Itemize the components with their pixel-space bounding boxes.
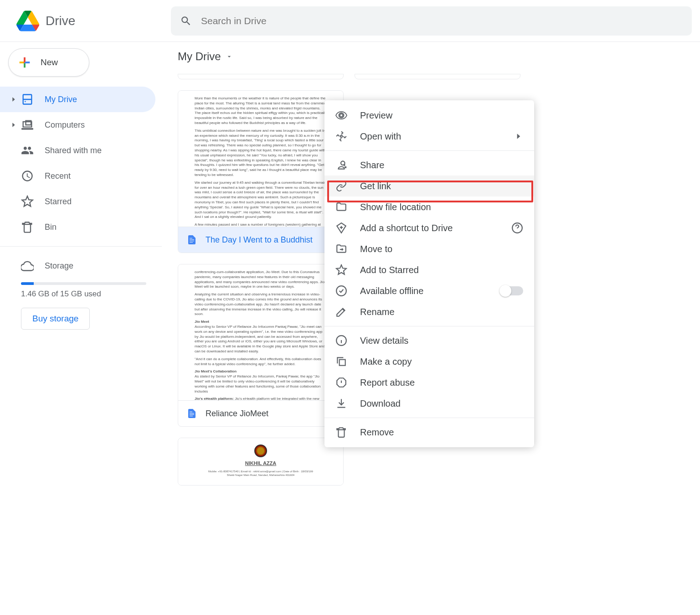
ctx-label: Make a copy	[360, 357, 412, 367]
chevron-right-icon	[10, 96, 17, 103]
help-icon[interactable]	[511, 222, 523, 234]
ctx-rename[interactable]: Rename	[324, 301, 534, 322]
link-icon	[335, 180, 347, 192]
file-name: The Day I Went to a Buddhist	[206, 235, 313, 245]
eye-icon	[335, 109, 347, 121]
docs-icon	[186, 234, 197, 245]
search-input[interactable]	[201, 16, 683, 26]
buy-storage-button[interactable]: Buy storage	[21, 308, 90, 330]
resume-name: NIKHIL AZZA	[195, 460, 327, 467]
star-icon	[335, 264, 347, 276]
svg-rect-4	[340, 360, 345, 366]
shortcut-icon	[335, 222, 347, 234]
ctx-label: Add a shortcut to Drive	[360, 223, 453, 233]
nav-label: Starred	[45, 197, 72, 207]
breadcrumb[interactable]: My Drive	[178, 50, 700, 63]
offline-icon	[335, 285, 347, 297]
breadcrumb-label: My Drive	[178, 50, 221, 63]
nav-label: Shared with me	[45, 146, 102, 155]
moveto-icon	[335, 243, 347, 255]
folder-icon	[335, 201, 347, 213]
nav-label: Bin	[45, 222, 57, 232]
drive-icon	[21, 93, 34, 106]
nav-bin[interactable]: Bin	[0, 214, 155, 240]
ctx-label: Get link	[360, 181, 391, 191]
file-card-ghost	[355, 74, 520, 79]
file-card[interactable]: NIKHIL AZZA Mobile: +91-8087417540 | Ema…	[178, 438, 344, 486]
ctx-label: Available offline	[360, 286, 423, 296]
rename-icon	[335, 306, 347, 318]
chevron-right-icon	[514, 132, 523, 141]
ctx-share[interactable]: Share	[324, 155, 534, 176]
ctx-label: Remove	[360, 427, 394, 438]
file-card[interactable]: More than the monuments or the weather i…	[178, 90, 344, 253]
nav-list: My Drive Computers Shared with me Recent…	[0, 87, 162, 240]
nav-label: My Drive	[45, 95, 77, 104]
svg-point-2	[336, 286, 346, 296]
nav-starred[interactable]: Starred	[0, 189, 155, 214]
storage-icon	[21, 259, 34, 272]
ctx-label: Show file location	[360, 202, 431, 212]
storage-text: 1.46 GB of 15 GB used	[21, 289, 162, 299]
report-icon	[335, 377, 347, 388]
divider	[0, 246, 162, 247]
ctx-download[interactable]: Download	[324, 393, 534, 414]
starred-icon	[21, 195, 34, 208]
ctx-remove[interactable]: Remove	[324, 422, 534, 443]
bin-icon	[21, 221, 34, 233]
search-bar[interactable]	[171, 6, 692, 36]
ctx-label: Move to	[360, 244, 392, 254]
shared-icon	[21, 144, 34, 157]
ctx-show-location[interactable]: Show file location	[324, 196, 534, 217]
ctx-shortcut[interactable]: Add a shortcut to Drive	[324, 217, 534, 238]
file-bar[interactable]: The Day I Went to a Buddhist	[178, 227, 343, 253]
ctx-label: Add to Starred	[360, 265, 419, 275]
separator	[324, 326, 534, 326]
ctx-copy[interactable]: Make a copy	[324, 351, 534, 372]
new-button[interactable]: New	[8, 48, 89, 77]
offline-toggle[interactable]	[500, 286, 523, 295]
file-preview: NIKHIL AZZA Mobile: +91-8087417540 | Ema…	[178, 438, 343, 486]
share-icon	[335, 159, 347, 171]
nav-computers[interactable]: Computers	[0, 112, 155, 138]
recent-icon	[21, 170, 34, 182]
chevron-right-icon	[10, 121, 17, 129]
file-card-ghost	[178, 74, 344, 79]
separator	[324, 418, 534, 418]
ctx-preview[interactable]: Preview	[324, 105, 534, 126]
ctx-label: Share	[360, 160, 384, 171]
ctx-details[interactable]: View details	[324, 330, 534, 351]
svg-point-0	[340, 135, 342, 137]
ctx-move-to[interactable]: Move to	[324, 238, 534, 259]
resume-meta: Mobile: +91-8087417540 | Email-Id : nikh…	[195, 470, 327, 473]
storage-label: Storage	[45, 261, 73, 271]
plus-icon	[17, 55, 32, 70]
ctx-offline[interactable]: Available offline	[324, 280, 534, 301]
nav-shared[interactable]: Shared with me	[0, 138, 155, 163]
ctx-label: Report abuse	[360, 377, 415, 388]
file-preview: More than the monuments or the weather i…	[178, 91, 343, 227]
ctx-add-starred[interactable]: Add to Starred	[324, 259, 534, 280]
openwith-icon	[335, 130, 347, 142]
ctx-get-link[interactable]: Get link	[324, 176, 534, 196]
computers-icon	[21, 119, 34, 131]
nav-label: Recent	[45, 171, 71, 181]
info-icon	[335, 335, 347, 346]
app-name: Drive	[46, 14, 75, 28]
ctx-report[interactable]: Report abuse	[324, 372, 534, 393]
sidebar: New My Drive Computers Shared with me Re…	[0, 42, 162, 330]
ctx-open-with[interactable]: Open with	[324, 126, 534, 147]
ctx-label: Open with	[360, 131, 401, 142]
logo-block[interactable]: Drive	[8, 10, 170, 32]
copy-icon	[335, 356, 347, 367]
download-icon	[335, 398, 347, 409]
ctx-label: View details	[360, 336, 408, 346]
nav-my-drive[interactable]: My Drive	[0, 87, 155, 112]
docs-icon	[186, 408, 197, 419]
nav-label: Computers	[45, 120, 85, 130]
search-icon	[180, 15, 192, 27]
nav-storage[interactable]: Storage	[0, 253, 155, 279]
file-card[interactable]: conferencing-cum-collaborative applicati…	[178, 264, 344, 427]
nav-recent[interactable]: Recent	[0, 163, 155, 189]
file-bar[interactable]: Reliance JioMeet	[178, 400, 343, 426]
